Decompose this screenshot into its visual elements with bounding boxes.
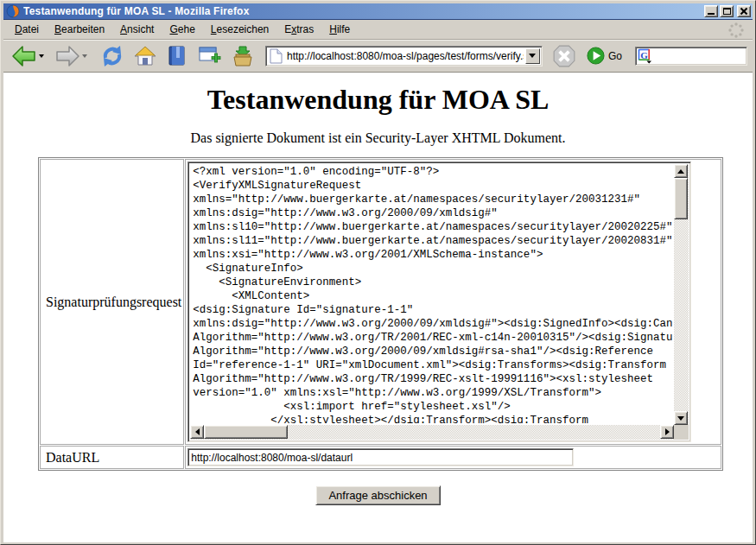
search-input[interactable]	[654, 49, 745, 63]
browser-window: Testanwendung für MOA SL - Mozilla Firef…	[0, 0, 756, 545]
window-title: Testanwendung für MOA SL - Mozilla Firef…	[23, 5, 701, 17]
google-icon[interactable]: G	[638, 48, 652, 64]
firefox-icon	[6, 4, 20, 18]
menu-datei[interactable]: Datei	[7, 21, 47, 38]
url-input[interactable]	[285, 50, 525, 62]
arrow-left-icon	[195, 428, 200, 435]
back-dropdown-icon[interactable]	[39, 54, 44, 58]
go-label[interactable]: Go	[608, 50, 622, 62]
stop-icon	[552, 44, 576, 68]
menu-ansicht[interactable]: Ansicht	[112, 21, 162, 38]
scroll-up-button[interactable]	[674, 164, 688, 178]
close-icon	[738, 6, 750, 16]
verify-form-table: Signaturprüfungsrequest <?xml version="1…	[38, 157, 723, 471]
vertical-scroll-thumb[interactable]	[674, 178, 688, 219]
table-row: DataURL	[40, 446, 721, 469]
horizontal-scroll-thumb[interactable]	[204, 425, 288, 439]
downloads-button[interactable]	[229, 42, 257, 70]
arrow-up-icon	[677, 169, 684, 174]
request-xml-text: <?xml version="1.0" encoding="UTF-8"?> <…	[193, 165, 672, 423]
new-window-button[interactable]	[195, 42, 224, 69]
minimize-button[interactable]	[704, 5, 718, 17]
back-button[interactable]	[9, 42, 47, 70]
back-icon	[11, 45, 37, 67]
throbber-icon	[727, 21, 746, 43]
arrow-right-icon	[665, 428, 670, 435]
menu-hilfe[interactable]: Hilfe	[321, 21, 358, 38]
go-icon	[587, 47, 605, 65]
menu-bar: Datei Bearbeiten Ansicht Gehe Lesezeiche…	[3, 20, 753, 40]
scroll-down-button[interactable]	[674, 411, 688, 425]
home-icon	[134, 45, 156, 67]
search-bar: G	[635, 47, 747, 66]
scroll-right-button[interactable]	[660, 425, 674, 439]
scrollbar-corner	[674, 425, 689, 440]
chevron-down-icon	[647, 60, 652, 63]
horizontal-scrollbar[interactable]	[190, 425, 674, 440]
stop-button	[550, 41, 579, 71]
url-dropdown-button[interactable]	[525, 48, 540, 64]
forward-dropdown-icon[interactable]	[82, 54, 87, 58]
forward-icon	[54, 45, 80, 67]
arrow-down-icon	[677, 416, 684, 421]
new-window-icon	[198, 45, 221, 67]
table-row: Signaturprüfungsrequest <?xml version="1…	[40, 159, 721, 445]
forward-button[interactable]	[52, 42, 90, 70]
bookmarks-button[interactable]	[164, 42, 190, 70]
reload-icon	[101, 45, 124, 67]
close-button[interactable]	[737, 5, 751, 17]
menu-extras[interactable]: Extras	[276, 21, 321, 38]
maximize-icon	[723, 8, 731, 15]
dataurl-label: DataURL	[40, 446, 184, 469]
bookmarks-icon	[167, 45, 187, 67]
vertical-scrollbar[interactable]	[674, 164, 689, 425]
minimize-icon	[708, 13, 715, 15]
menu-bearbeiten[interactable]: Bearbeiten	[47, 21, 112, 38]
svg-text:G: G	[640, 49, 648, 60]
dataurl-input[interactable]	[187, 448, 574, 466]
submit-button[interactable]: Anfrage abschicken	[315, 485, 440, 505]
page-content: Testanwendung für MOA SL Das signierte D…	[3, 73, 753, 542]
go-button[interactable]: Go	[584, 44, 628, 67]
page-icon	[270, 48, 283, 64]
menu-gehe[interactable]: Gehe	[162, 21, 202, 38]
request-label: Signaturprüfungsrequest	[40, 159, 184, 445]
maximize-button[interactable]	[720, 5, 734, 17]
reload-button[interactable]	[98, 42, 126, 70]
menu-lesezeichen[interactable]: Lesezeichen	[203, 21, 276, 38]
scroll-left-button[interactable]	[190, 425, 204, 439]
navigation-toolbar: Go G	[3, 40, 753, 73]
home-button[interactable]	[131, 42, 159, 70]
url-bar	[265, 46, 543, 67]
request-textarea[interactable]: <?xml version="1.0" encoding="UTF-8"?> <…	[187, 162, 691, 442]
chevron-down-icon	[529, 54, 536, 58]
downloads-icon	[232, 45, 254, 67]
intro-text: Das signierte Dokument ist ein Security-…	[3, 130, 753, 146]
page-title: Testanwendung für MOA SL	[3, 84, 753, 116]
title-bar: Testanwendung für MOA SL - Mozilla Firef…	[3, 3, 753, 20]
